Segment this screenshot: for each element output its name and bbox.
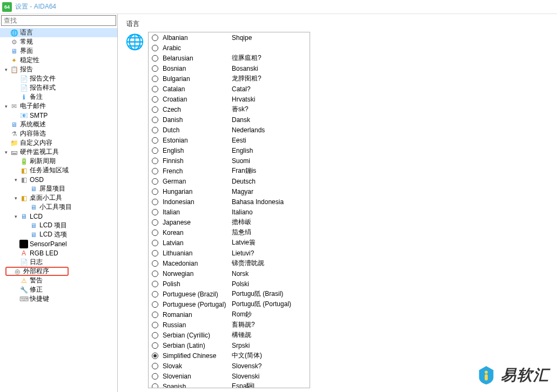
language-option[interactable]: CroatianHrvatski	[149, 94, 310, 104]
tree-item-rgbled[interactable]: ARGB LED	[0, 248, 117, 258]
language-option[interactable]: Russian畜耨觇?	[149, 320, 310, 330]
radio-icon[interactable]	[152, 322, 158, 328]
expander-icon[interactable]: ▾	[12, 194, 19, 202]
tree-item-general[interactable]: ⚙常规	[0, 37, 117, 46]
expander-icon[interactable]: ▾	[2, 103, 10, 110]
language-option[interactable]: NorwegianNorsk	[149, 268, 310, 279]
radio-icon[interactable]	[152, 373, 158, 380]
radio-icon[interactable]	[152, 260, 158, 267]
language-option[interactable]: ItalianItaliano	[149, 207, 310, 217]
radio-icon[interactable]	[152, 219, 158, 226]
radio-icon[interactable]	[152, 332, 158, 339]
language-option[interactable]: Korean茄惫绢	[149, 227, 310, 238]
expander-icon[interactable]: ▾	[2, 148, 10, 156]
language-option[interactable]: Macedonian锑赍漕眈觇	[149, 258, 310, 268]
language-option[interactable]: Serbian (Latin)Srpski	[149, 340, 310, 350]
radio-icon[interactable]	[152, 250, 158, 256]
language-option[interactable]: Portuguese (Brazil)Portugu阺 (Brasil)	[149, 289, 310, 299]
language-option[interactable]: PolishPolski	[149, 279, 310, 289]
tree-item-osd[interactable]: ▾◧OSD	[0, 175, 117, 184]
language-option[interactable]: HungarianMagyar	[149, 186, 310, 197]
language-option[interactable]: FrenchFran鏰is	[149, 166, 310, 176]
radio-icon[interactable]	[152, 147, 158, 154]
tree-item-shortcut[interactable]: ⌨快捷键	[0, 294, 117, 303]
radio-icon[interactable]	[152, 178, 158, 185]
tree-item-tray[interactable]: ◧任务通知区域	[0, 166, 117, 175]
language-option[interactable]: BosnianBosanski	[149, 63, 310, 73]
radio-icon[interactable]	[152, 158, 158, 164]
expander-icon[interactable]: ▾	[2, 66, 10, 73]
tree-item-remarks[interactable]: ℹ备注	[0, 92, 117, 102]
radio-icon[interactable]	[152, 353, 158, 359]
language-option[interactable]: Belarusian徨豚瘟粗?	[149, 53, 310, 63]
language-list[interactable]: AlbanianShqipeArabicBelarusian徨豚瘟粗?Bosni…	[148, 32, 310, 388]
radio-icon[interactable]	[152, 271, 158, 277]
tree-item-warning[interactable]: ⚠警告	[0, 276, 117, 285]
tree-item-fix[interactable]: 🔧修正	[0, 285, 117, 294]
tree-item-log[interactable]: 📄日志	[0, 258, 117, 267]
radio-icon[interactable]	[152, 342, 158, 349]
language-option[interactable]: Japanese擔柿岅	[149, 217, 310, 227]
tree-item-email[interactable]: ▾✉电子邮件	[0, 102, 117, 111]
radio-icon[interactable]	[152, 281, 158, 287]
radio-icon[interactable]	[152, 168, 158, 174]
language-option[interactable]: IndonesianBahasa Indonesia	[149, 197, 310, 207]
radio-icon[interactable]	[152, 35, 158, 41]
tree-item-gadget-item[interactable]: 🖥小工具项目	[0, 202, 117, 212]
tree-item-osd-item[interactable]: 🖥屏显项目	[0, 184, 117, 193]
radio-icon[interactable]	[152, 117, 158, 123]
expander-icon[interactable]: ▾	[12, 213, 19, 220]
tree-item-interface[interactable]: 🖥界面	[0, 46, 117, 56]
radio-icon[interactable]	[152, 76, 158, 82]
language-option[interactable]: FinnishSuomi	[149, 156, 310, 166]
radio-icon[interactable]	[152, 86, 158, 92]
tree-item-report[interactable]: ▾📋报告	[0, 65, 117, 74]
language-option[interactable]: DutchNederlands	[149, 125, 310, 135]
radio-icon[interactable]	[152, 291, 158, 298]
radio-icon[interactable]	[152, 312, 158, 318]
language-option[interactable]: Arabic	[149, 43, 310, 53]
tree-item-lcd-item[interactable]: 🖥LCD 项目	[0, 221, 117, 230]
language-option[interactable]: DanishDansk	[149, 114, 310, 125]
language-option[interactable]: LithuanianLietuvi?	[149, 248, 310, 258]
language-option[interactable]: GermanDeutsch	[149, 176, 310, 186]
language-option[interactable]: EnglishEnglish	[149, 145, 310, 156]
tree-item-report-file[interactable]: 📄报告文件	[0, 74, 117, 83]
radio-icon[interactable]	[152, 137, 158, 144]
radio-icon[interactable]	[152, 65, 158, 72]
language-option[interactable]: LatvianLatvie簑	[149, 238, 310, 248]
tree-item-refresh[interactable]: 🔋刷新周期	[0, 157, 117, 166]
language-option[interactable]: Serbian (Cyrillic)構锺觇	[149, 330, 310, 340]
radio-icon[interactable]	[152, 188, 158, 195]
language-option[interactable]: Simplified Chinese中文(简体)	[149, 350, 310, 361]
language-option[interactable]: SlovenianSlovenski	[149, 371, 310, 381]
radio-icon[interactable]	[152, 55, 158, 62]
language-option[interactable]: CatalanCatal?	[149, 84, 310, 94]
radio-icon[interactable]	[152, 45, 158, 51]
tree-item-gadget[interactable]: ▾◧桌面小工具	[0, 193, 117, 202]
search-input[interactable]	[1, 15, 116, 26]
language-option[interactable]: RomanianRom鈔	[149, 309, 310, 320]
tree-item-language[interactable]: 🌐语言	[0, 28, 117, 37]
radio-icon[interactable]	[152, 106, 158, 113]
radio-icon[interactable]	[152, 240, 158, 246]
tree-item-sensorpanel[interactable]: ◼SensorPanel	[0, 239, 117, 248]
radio-icon[interactable]	[152, 363, 158, 369]
radio-icon[interactable]	[152, 96, 158, 103]
tree-item-content-filter[interactable]: ⚗内容筛选	[0, 129, 117, 138]
radio-icon[interactable]	[152, 127, 158, 133]
radio-icon[interactable]	[152, 383, 158, 389]
tree-item-report-style[interactable]: 📄报告样式	[0, 83, 117, 92]
language-option[interactable]: SpanishEspa駉l	[149, 381, 310, 388]
tree-item-smtp[interactable]: 📧SMTP	[0, 111, 117, 120]
radio-icon[interactable]	[152, 229, 158, 236]
tree-item-external[interactable]: ◎外部程序	[5, 267, 69, 276]
language-option[interactable]: Bulgarian龙脖囹粗?	[149, 73, 310, 84]
language-option[interactable]: EstonianEesti	[149, 135, 310, 145]
tree-item-lcd[interactable]: ▾🖥LCD	[0, 212, 117, 221]
tree-item-hwmon[interactable]: ▾🖴硬件监视工具	[0, 147, 117, 157]
tree-item-sysoverview[interactable]: 🖥系统概述	[0, 120, 117, 129]
expander-icon[interactable]: ▾	[12, 176, 19, 184]
language-option[interactable]: Portuguese (Portugal)Portugu阺 (Portugal)	[149, 299, 310, 309]
tree-item-lcd-opt[interactable]: 🖥LCD 选项	[0, 230, 117, 239]
